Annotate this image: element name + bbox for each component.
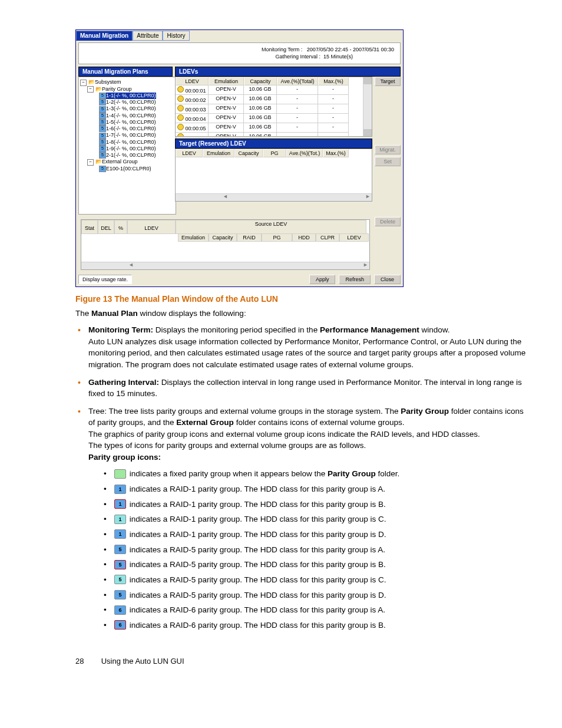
ldev-table[interactable]: LDEVEmulationCapacityAve.(%)(Total)Max.(… (175, 77, 372, 137)
tree-node[interactable]: 52-1(-/- %, 00:CLPR0) (80, 152, 174, 159)
list-item: 6 indicates a RAID-6 parity group. The H… (101, 618, 527, 633)
column-header[interactable]: CLPR (316, 233, 339, 242)
tree-view[interactable]: −📂Subsystem−📂Parity Group51-1(-/- %, 00:… (78, 77, 176, 215)
feature-list: Monitoring Term: Displays the monitoring… (75, 324, 527, 633)
table-row[interactable]: 00:00:03OPEN-V10.06 GB-- (176, 104, 363, 114)
table-row[interactable]: 00:00:01OPEN-V10.06 GB-- (176, 85, 363, 95)
tree-node[interactable]: 51-3(-/- %, 00:CLPR0) (80, 106, 174, 112)
parity-group-icon: 5 (114, 575, 126, 584)
parity-group-icon: 1 (114, 485, 126, 494)
column-header[interactable]: Capacity (244, 77, 277, 85)
column-header[interactable]: PG (263, 149, 286, 157)
column-header[interactable]: PG (262, 233, 292, 242)
target-ldev-header: Target (Reserved) LDEV (175, 139, 372, 149)
parity-group-icon: 5 (114, 590, 126, 599)
scrollbar-horizontal[interactable]: ◄ ► (81, 262, 369, 269)
list-item: 5 indicates a RAID-5 parity group. The H… (101, 588, 527, 603)
tree-node[interactable]: 51-8(-/- %, 00:CLPR0) (80, 139, 174, 146)
parity-group-icon: 6 (114, 620, 126, 630)
list-item: 5 indicates a RAID-5 parity group. The H… (101, 542, 527, 558)
page-footer: 28 Using the Auto LUN GUI (75, 657, 527, 666)
tree-node[interactable]: 51-9(-/- %, 00:CLPR0) (80, 146, 174, 152)
table-row[interactable]: 00:00:06OPEN-V10.06 GB-- (176, 133, 363, 136)
parity-icon-list: indicates a fixed parity group when it a… (88, 466, 527, 633)
column-header[interactable]: HDD (292, 233, 316, 242)
list-item: Tree: The tree lists parity groups and e… (75, 406, 527, 633)
tab-history[interactable]: History (163, 31, 189, 41)
column-header[interactable]: LDEV (339, 233, 369, 242)
column-header[interactable]: LDEV (176, 77, 209, 85)
column-header[interactable]: DEL (98, 220, 114, 234)
column-header[interactable]: Stat (81, 220, 98, 234)
list-item: indicates a fixed parity group when it a… (101, 466, 527, 482)
parity-group-icon: 1 (114, 515, 126, 524)
tree-node[interactable]: 51-4(-/- %, 00:CLPR0) (80, 113, 174, 119)
monitoring-term-label: Monitoring Term : (262, 47, 302, 52)
column-header[interactable]: Emulation (203, 149, 234, 157)
migrat-button[interactable]: Migrat. (375, 145, 401, 154)
list-item: 1 indicates a RAID-1 parity group. The H… (101, 497, 527, 512)
tree-node[interactable]: −📂Parity Group (80, 86, 174, 93)
column-header[interactable]: Max.(%) (318, 77, 349, 85)
tree-node[interactable]: 51-6(-/- %, 00:CLPR0) (80, 126, 174, 132)
scrollbar-vertical[interactable] (363, 77, 372, 136)
page-number: 28 (75, 657, 99, 666)
manual-plan-screenshot: Manual MigrationAttributeHistory Monitor… (75, 29, 404, 287)
column-header[interactable]: LDEV (176, 149, 203, 157)
tree-node[interactable]: 51-7(-/- %, 00:CLPR0) (80, 132, 174, 139)
column-header[interactable]: LDEV (127, 220, 176, 234)
column-header[interactable]: Emulation (209, 77, 244, 85)
close-button[interactable]: Close (374, 275, 401, 284)
column-header[interactable]: Max.(%) (323, 149, 349, 157)
parity-group-icon: 1 (114, 499, 126, 509)
column-header[interactable]: Capacity (234, 149, 263, 157)
column-header[interactable]: Capacity (209, 233, 237, 242)
tab-manual-migration[interactable]: Manual Migration (76, 31, 133, 41)
set-button[interactable]: Set (375, 157, 401, 166)
gathering-interval-label: Gathering Interval : (275, 54, 320, 60)
source-ldev-table[interactable]: StatDEL%LDEVSource LDEV EmulationCapacit… (81, 219, 370, 270)
tree-node[interactable]: −📂External Group (80, 159, 174, 165)
column-header[interactable]: RAID (237, 233, 262, 242)
list-item: 1 indicates a RAID-1 parity group. The H… (101, 512, 527, 527)
table-row[interactable]: 00:00:04OPEN-V10.06 GB-- (176, 114, 363, 123)
tree-node[interactable]: 5E100-1(00:CLPR0) (80, 166, 174, 172)
tab-bar: Manual MigrationAttributeHistory (76, 30, 403, 40)
parity-group-icon (114, 469, 126, 479)
list-item: 1 indicates a RAID-1 parity group. The H… (101, 482, 527, 497)
table-row[interactable]: 00:00:05OPEN-V10.06 GB-- (176, 123, 363, 133)
footer-text: Using the Auto LUN GUI (101, 657, 184, 666)
parity-group-icon: 5 (114, 560, 126, 569)
monitoring-info: Monitoring Term : 2007/05/30 22:45 - 200… (78, 42, 401, 64)
tab-attribute[interactable]: Attribute (133, 31, 163, 41)
gathering-interval-value: 15 Minute(s) (323, 54, 353, 60)
list-item: Monitoring Term: Displays the monitoring… (75, 324, 527, 370)
list-item: 5 indicates a RAID-5 parity group. The H… (101, 572, 527, 588)
target-ldev-table[interactable]: LDEVEmulationCapacityPGAve.(%)(Tot.)Max.… (175, 149, 372, 202)
figure-caption: Figure 13 The Manual Plan Window of the … (75, 294, 527, 304)
parity-group-icon: 5 (114, 545, 126, 554)
scrollbar-horizontal[interactable]: ◄ ► (176, 193, 372, 201)
ldevs-header: LDEVs (175, 67, 401, 77)
monitoring-term-value: 2007/05/30 22:45 - 2007/05/31 00:30 (307, 47, 394, 52)
table-row[interactable]: 00:00:02OPEN-V10.06 GB-- (176, 95, 363, 104)
left-panel-header: Manual Migration Plans (78, 67, 173, 77)
target-button[interactable]: Target (375, 77, 401, 86)
parity-group-icon: 1 (114, 529, 126, 539)
refresh-button[interactable]: Refresh (339, 275, 371, 284)
column-header[interactable]: Ave.(%)(Total) (277, 77, 318, 85)
column-header[interactable]: % (114, 220, 127, 234)
delete-button[interactable]: Delete (375, 217, 401, 226)
tree-node[interactable]: −📂Subsystem (80, 79, 174, 85)
list-item: 5 indicates a RAID-5 parity group. The H… (101, 557, 527, 572)
column-header[interactable]: Emulation (178, 233, 209, 242)
list-item: 1 indicates a RAID-1 parity group. The H… (101, 527, 527, 542)
tree-node[interactable]: 51-2(-/- %, 00:CLPR0) (80, 99, 174, 106)
parity-group-icon: 6 (114, 605, 126, 615)
tree-node[interactable]: 51-1(-/- %, 00:CLPR0) (80, 93, 174, 99)
column-header[interactable]: Ave.(%)(Tot.) (286, 149, 323, 157)
tree-node[interactable]: 51-5(-/- %, 00:CLPR0) (80, 119, 174, 126)
intro-paragraph: The Manual Plan window displays the foll… (75, 308, 527, 319)
apply-button[interactable]: Apply (309, 275, 336, 284)
source-ldev-title: Source LDEV (176, 220, 366, 234)
